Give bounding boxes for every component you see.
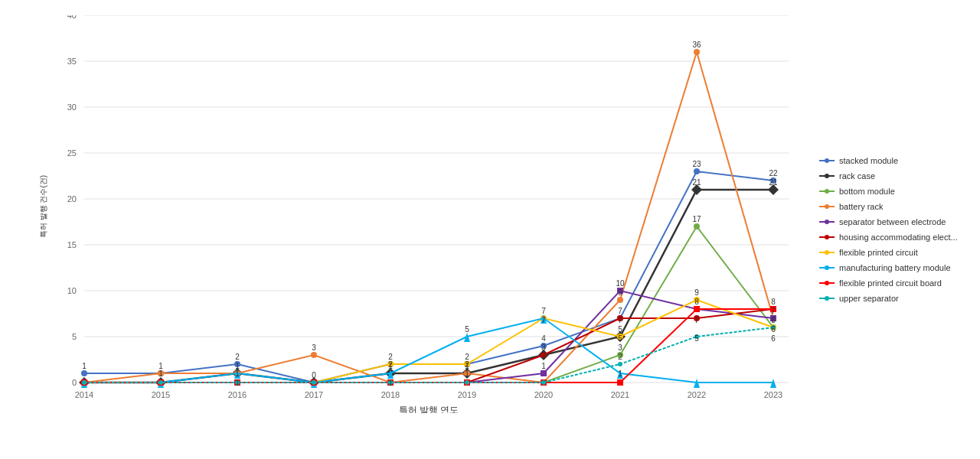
svg-text:7: 7 [694, 316, 699, 324]
legend-label: upper separator [839, 294, 899, 303]
svg-point-127 [618, 362, 622, 366]
svg-text:35: 35 [67, 57, 77, 66]
legend-label: flexible printed circuit board [839, 278, 942, 288]
svg-text:1: 1 [618, 369, 622, 378]
legend-line [819, 282, 835, 284]
legend-label: stacked module [839, 156, 898, 165]
svg-point-121 [158, 380, 163, 385]
svg-text:22: 22 [769, 169, 778, 177]
svg-text:23: 23 [692, 160, 701, 168]
legend-line [819, 298, 835, 299]
svg-point-67 [617, 297, 623, 303]
legend-label: bottom module [839, 187, 895, 196]
svg-text:5: 5 [618, 334, 622, 343]
svg-text:2023: 2023 [764, 390, 782, 399]
legend-item: separator between electrode [819, 217, 972, 226]
legend-line [819, 236, 835, 238]
chart-legend: stacked modulerack casebottom modulebatt… [812, 0, 980, 459]
svg-text:7: 7 [618, 316, 622, 324]
svg-text:1: 1 [388, 379, 393, 387]
svg-text:5: 5 [465, 325, 469, 334]
svg-text:2021: 2021 [611, 390, 629, 399]
svg-text:특허 발행 연도: 특허 발행 연도 [399, 405, 459, 413]
svg-text:6: 6 [771, 325, 776, 334]
legend-item: manufacturing battery module [819, 263, 972, 272]
legend-line [819, 206, 835, 207]
svg-rect-117 [617, 379, 623, 386]
legend-line [819, 252, 835, 253]
legend-item: flexible printed circuit [819, 248, 972, 257]
legend-item: stacked module [819, 156, 972, 165]
svg-text:2015: 2015 [152, 390, 170, 399]
svg-text:17: 17 [692, 215, 701, 223]
svg-text:2022: 2022 [688, 390, 706, 399]
legend-item: flexible printed circuit board [819, 278, 972, 288]
svg-text:8: 8 [694, 298, 699, 306]
svg-text:7: 7 [541, 307, 546, 315]
svg-text:5: 5 [694, 334, 699, 343]
svg-point-58 [694, 223, 700, 230]
legend-label: manufacturing battery module [839, 263, 951, 272]
svg-text:1: 1 [158, 369, 163, 378]
chart-area: 0 5 10 15 20 25 30 35 40 특허 발행 건수(건) 201… [0, 0, 812, 459]
svg-text:1: 1 [82, 362, 87, 370]
svg-text:0: 0 [312, 371, 316, 379]
svg-point-38 [694, 168, 700, 174]
svg-text:10: 10 [616, 279, 625, 288]
legend-label: flexible printed circuit [839, 248, 918, 257]
svg-text:10: 10 [67, 286, 77, 295]
svg-text:2: 2 [465, 360, 469, 369]
svg-text:21: 21 [769, 178, 778, 187]
legend-label: rack case [839, 171, 875, 181]
legend-line [819, 175, 835, 177]
svg-text:30: 30 [67, 103, 77, 112]
svg-point-63 [311, 352, 317, 358]
svg-text:7: 7 [771, 316, 776, 324]
svg-text:15: 15 [67, 240, 77, 249]
svg-text:3: 3 [618, 343, 622, 352]
legend-item: bottom module [819, 187, 972, 196]
legend-item: housing accommodating elect... [819, 233, 972, 242]
svg-point-120 [82, 380, 87, 385]
svg-text:2016: 2016 [228, 390, 247, 399]
svg-text:5: 5 [72, 332, 77, 341]
svg-text:25: 25 [67, 148, 77, 158]
svg-point-123 [312, 380, 316, 385]
svg-text:7: 7 [771, 307, 776, 315]
svg-text:6: 6 [771, 334, 776, 343]
legend-line [819, 190, 835, 192]
svg-text:9: 9 [694, 288, 699, 297]
svg-text:3: 3 [312, 343, 316, 352]
svg-text:2: 2 [388, 360, 393, 369]
legend-label: separator between electrode [839, 217, 946, 226]
svg-text:36: 36 [692, 41, 701, 49]
svg-text:2017: 2017 [305, 390, 323, 399]
legend-line [819, 160, 835, 161]
legend-item: rack case [819, 171, 972, 181]
legend-item: battery rack [819, 202, 972, 211]
svg-text:1: 1 [235, 369, 240, 378]
svg-text:21: 21 [692, 178, 701, 187]
svg-text:20: 20 [67, 194, 77, 203]
svg-text:2014: 2014 [75, 390, 93, 399]
svg-text:2: 2 [235, 353, 240, 361]
svg-text:특허 발행 건수(건): 특허 발행 건수(건) [39, 175, 47, 238]
svg-text:5: 5 [618, 325, 622, 334]
svg-rect-76 [541, 370, 547, 376]
main-container: 0 5 10 15 20 25 30 35 40 특허 발행 건수(건) 201… [0, 0, 980, 459]
svg-rect-118 [694, 306, 700, 312]
svg-point-126 [541, 380, 546, 385]
legend-label: housing accommodating elect... [839, 233, 958, 242]
svg-text:1: 1 [465, 369, 469, 378]
svg-text:2: 2 [618, 353, 622, 361]
svg-text:8: 8 [771, 298, 776, 306]
svg-text:0: 0 [72, 378, 77, 387]
svg-text:2020: 2020 [534, 390, 553, 399]
svg-text:7: 7 [618, 307, 622, 315]
svg-text:4: 4 [541, 334, 546, 343]
legend-line [819, 221, 835, 223]
legend-line [819, 267, 835, 269]
legend-item: upper separator [819, 294, 972, 303]
legend-label: battery rack [839, 202, 883, 211]
svg-point-68 [694, 49, 700, 55]
